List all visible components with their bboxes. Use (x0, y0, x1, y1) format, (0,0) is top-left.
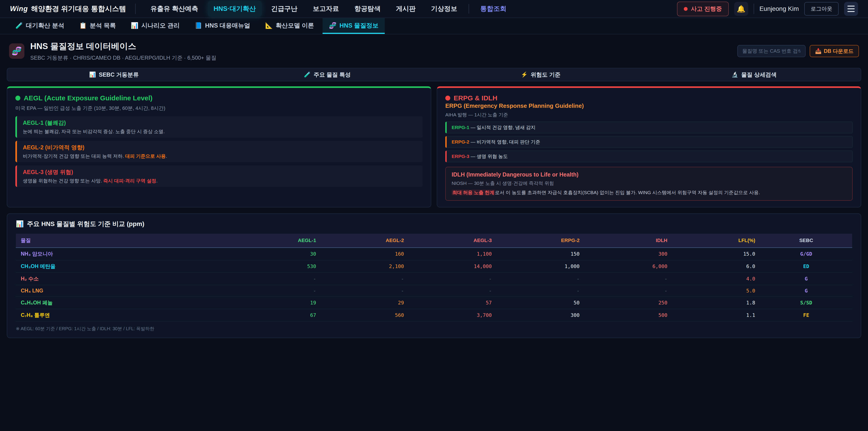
value-cell-erpg2: - (497, 273, 585, 285)
idlh-description: 최대 허용 노출 한계로서 이 농도를 초과하면 자급식 호흡장치(SCBA) … (452, 189, 846, 196)
aegl-panel: AEGL (Acute Exposure Guideline Level) 미국… (7, 86, 431, 208)
sebc-cell: G (760, 273, 852, 285)
value-cell-aegl3: - (409, 273, 497, 285)
section-tabs: 📊SEBC 거동분류🧪주요 물질 특성⚡위험도 기준🔬물질 상세검색 (7, 68, 861, 81)
lightning-icon: ⚡ (521, 71, 528, 78)
value-cell-aegl1: 19 (233, 297, 321, 309)
substance-cell: CH₃OH 메탄올 (16, 260, 233, 273)
nav-item-게시판[interactable]: 게시판 (390, 1, 422, 17)
aegl-item: AEGL-3 (생명 위협)생명을 위협하는 건강 영향 또는 사망. 즉시 대… (16, 165, 423, 187)
clipboard-icon: 📋 (79, 22, 87, 29)
value-cell-aegl3: 3,700 (409, 309, 497, 321)
section-tab-label: SEBC 거동분류 (99, 71, 138, 79)
value-cell-erpg2: 150 (497, 247, 585, 260)
subtab-label: 시나리오 관리 (141, 22, 180, 30)
erpg-idlh-panel: ERPG & IDLH ERPG (Emergency Response Pla… (437, 86, 861, 208)
substance-cell: C₇H₈ 톨루엔 (16, 309, 233, 321)
value-cell-erpg2: 50 (497, 297, 585, 309)
erpg-item-label: ERPG-2 (452, 139, 469, 145)
value-cell-aegl1: 530 (233, 260, 321, 273)
nav-item-유출유 확산예측[interactable]: 유출유 확산예측 (145, 1, 204, 17)
value-cell-aegl2: 560 (321, 309, 409, 321)
column-header-LFL(%): LFL(%) (673, 234, 761, 248)
subtab-label: 분석 목록 (90, 22, 116, 30)
subtab-HNS 물질정보[interactable]: 🧬HNS 물질정보 (322, 18, 385, 34)
download-icon: 📥 (815, 48, 822, 54)
value-cell-erpg2: 1,000 (497, 260, 585, 273)
page-subtitle: SEBC 거동분류 · CHRIS/CAMEO DB · AEGL/ERPG/I… (30, 54, 217, 61)
status-dot-icon (684, 7, 688, 11)
column-header-IDLH: IDLH (585, 234, 673, 248)
table-body: NH₃ 암모니아301601,10015030015.0G/GDCH₃OH 메탄… (16, 247, 852, 321)
divider (754, 4, 754, 14)
nav-item-통합조회[interactable]: 통합조회 (474, 1, 513, 17)
value-cell-erpg2: 300 (497, 309, 585, 321)
value-cell-aegl1: - (233, 285, 321, 297)
value-cell-idlh: 300 (585, 247, 673, 260)
page-header-text: HNS 물질정보 데이터베이스 SEBC 거동분류 · CHRIS/CAMEO … (30, 41, 217, 61)
erpg-item: ERPG-2 — 비가역적 영향, 대피 판단 기준 (445, 136, 852, 148)
book-icon: 📘 (195, 22, 202, 29)
nav-item-기상정보[interactable]: 기상정보 (425, 1, 463, 17)
column-header-AEGL-1: AEGL-1 (233, 234, 321, 248)
section-tab-label: 위험도 기준 (531, 71, 561, 79)
subtab-label: HNS 물질정보 (340, 22, 379, 30)
nav-item-보고자료[interactable]: 보고자료 (307, 1, 345, 17)
main-nav: 유출유 확산예측HNS·대기확산긴급구난보고자료항공탐색게시판기상정보통합조회 (145, 1, 513, 17)
nav-item-긴급구난[interactable]: 긴급구난 (266, 1, 303, 17)
subtab-대기확산 분석[interactable]: 🧪대기확산 분석 (9, 18, 70, 34)
value-cell-aegl2: - (321, 273, 409, 285)
bar-chart-icon: 📊 (16, 220, 24, 227)
value-cell-lfl: 1.1 (673, 309, 761, 321)
value-cell-idlh: 500 (585, 309, 673, 321)
dna-icon: 🧬 (329, 22, 337, 29)
erpg-item-label: ERPG-1 (452, 125, 469, 130)
module-subtabs: 🧪대기확산 분석📋분석 목록📊시나리오 관리📘HNS 대응매뉴얼📐확산모델 이론… (0, 18, 868, 34)
nav-item-항공탐색[interactable]: 항공탐색 (348, 1, 386, 17)
value-cell-lfl: 5.0 (673, 285, 761, 297)
subtab-확산모델 이론[interactable]: 📐확산모델 이론 (259, 18, 320, 34)
subtab-시나리오 관리[interactable]: 📊시나리오 관리 (124, 18, 186, 34)
hamburger-menu-button[interactable] (844, 2, 858, 16)
section-tab-물질 상세검색[interactable]: 🔬물질 상세검색 (647, 68, 861, 81)
column-header-물질: 물질 (16, 234, 233, 248)
incident-status-badge: 사고 진행중 (677, 2, 728, 16)
sebc-cell: G (760, 285, 852, 297)
aegl-panel-subtitle: 미국 EPA — 일반인 급성 노출 기준 (10분, 30분, 60분, 4시… (16, 105, 423, 112)
value-cell-aegl1: - (233, 273, 321, 285)
aegl-item-description: 눈에 띄는 불쾌감, 자극 또는 비감각적 증상. 노출 중단 시 증상 소멸. (23, 128, 417, 135)
subtab-label: 대기확산 분석 (26, 22, 64, 30)
subtab-label: 확산모델 이론 (276, 22, 314, 30)
value-cell-aegl3: 1,100 (409, 247, 497, 260)
value-cell-erpg2: - (497, 285, 585, 297)
table-header-row: 물질AEGL-1AEGL-2AEGL-3ERPG-2IDLHLFL(%)SEBC (16, 234, 852, 248)
test-tube-icon: 🧪 (304, 71, 311, 78)
erpg-subtitle: AIHA 발행 — 1시간 노출 기준 (445, 112, 852, 118)
notifications-button[interactable]: 🔔 (734, 2, 748, 16)
aegl-item-description: 비가역적·장기적 건강 영향 또는 대피 능력 저하. 대피 기준으로 사용. (23, 153, 417, 159)
idlh-subtitle: NIOSH — 30분 노출 시 생명·건강에 즉각적 위험 (452, 180, 846, 186)
aegl-level-list: AEGL-1 (불쾌감)눈에 띄는 불쾌감, 자극 또는 비감각적 증상. 노출… (16, 116, 423, 187)
sebc-cell: G/GD (760, 247, 852, 260)
erpg-panel-title: ERPG & IDLH (445, 94, 852, 102)
page-header: 🧬 HNS 물질정보 데이터베이스 SEBC 거동분류 · CHRIS/CAME… (0, 34, 868, 66)
substance-search-input[interactable] (737, 45, 806, 57)
bar-chart-icon: 📊 (89, 71, 96, 78)
dna-icon: 🧬 (9, 43, 24, 59)
section-tab-SEBC 거동분류[interactable]: 📊SEBC 거동분류 (7, 68, 221, 81)
nav-item-HNS·대기확산[interactable]: HNS·대기확산 (208, 1, 262, 17)
erpg-level-list: ERPG-1 — 일시적 건강 영향, 냄새 감지ERPG-2 — 비가역적 영… (445, 122, 852, 162)
subtab-분석 목록[interactable]: 📋분석 목록 (73, 18, 122, 34)
value-cell-lfl: 1.8 (673, 297, 761, 309)
value-cell-lfl: 15.0 (673, 247, 761, 260)
section-tab-위험도 기준[interactable]: ⚡위험도 기준 (434, 68, 647, 81)
logout-button[interactable]: 로그아웃 (804, 2, 839, 16)
section-tab-주요 물질 특성[interactable]: 🧪주요 물질 특성 (221, 68, 434, 81)
navbar-right: 사고 진행중 🔔 Eunjeong Kim 로그아웃 (677, 2, 858, 16)
substance-cell: NH₃ 암모니아 (16, 247, 233, 260)
aegl-panel-title: AEGL (Acute Exposure Guideline Level) (16, 94, 423, 102)
sebc-cell: FE (760, 309, 852, 321)
subtab-HNS 대응매뉴얼[interactable]: 📘HNS 대응매뉴얼 (188, 18, 256, 34)
value-cell-idlh: 6,000 (585, 260, 673, 273)
db-download-button[interactable]: 📥 DB 다운로드 (810, 45, 859, 57)
